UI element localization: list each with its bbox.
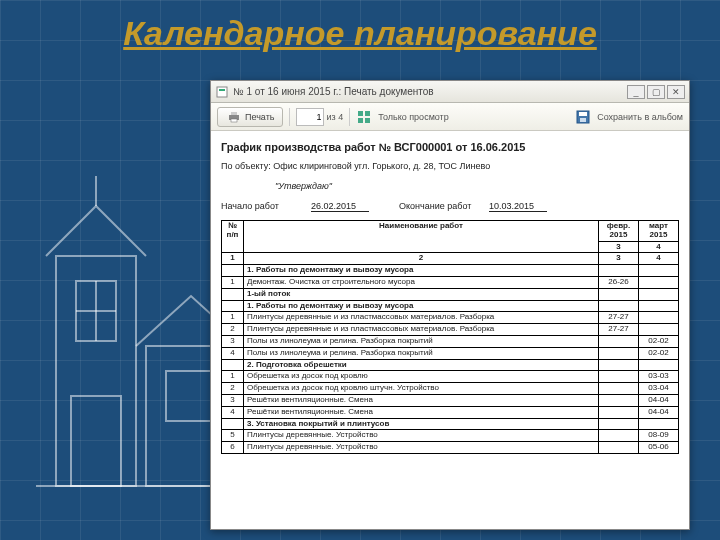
maximize-button[interactable]: ▢	[647, 85, 665, 99]
cell-month2	[639, 265, 679, 277]
table-row: 2. Подготовка обрешетки	[222, 359, 679, 371]
cell-name: Плинтусы деревянные и из пластмассовых м…	[244, 324, 599, 336]
save-icon[interactable]	[575, 109, 591, 125]
table-row: 3. Установка покрытий и плинтусов	[222, 418, 679, 430]
page-input[interactable]	[296, 108, 324, 126]
cell-num: 2	[222, 324, 244, 336]
cell-month2	[639, 324, 679, 336]
cell-num: 3	[222, 335, 244, 347]
cell-num: 2	[222, 383, 244, 395]
cell-name: Решётки вентиляционные. Смена	[244, 406, 599, 418]
table-row: 2Плинтусы деревянные и из пластмассовых …	[222, 324, 679, 336]
svg-rect-17	[365, 118, 370, 123]
table-row: 3Полы из линолеума и релина. Разборка по…	[222, 335, 679, 347]
dates-block: Начало работ 26.02.2015 Окончание работ …	[221, 201, 679, 212]
cell-month1	[599, 394, 639, 406]
cell-month1: 27-27	[599, 324, 639, 336]
cell-month2	[639, 276, 679, 288]
window-title: № 1 от 16 июня 2015 г.: Печать документо…	[233, 86, 627, 97]
svg-rect-1	[71, 396, 121, 486]
cell-name: 1. Работы по демонтажу и вывозу мусора	[244, 300, 599, 312]
head-sub1: 1	[222, 253, 244, 265]
svg-rect-13	[231, 119, 237, 122]
table-row: 4Решётки вентиляционные. Смена04-04	[222, 406, 679, 418]
head-sub4b: 4	[639, 253, 679, 265]
cell-num: 1	[222, 312, 244, 324]
cell-month2	[639, 418, 679, 430]
svg-rect-9	[217, 87, 227, 97]
table-row: 3Решётки вентиляционные. Смена04-04	[222, 394, 679, 406]
object-line: По объекту: Офис клиринговой угл. Горько…	[221, 161, 679, 171]
cell-month1	[599, 418, 639, 430]
svg-rect-12	[231, 112, 237, 115]
cell-month2	[639, 300, 679, 312]
cell-month1	[599, 288, 639, 300]
cell-month1	[599, 442, 639, 454]
document-page: График производства работ № ВСГ000001 от…	[221, 139, 679, 454]
col-month1: февр.2015	[599, 221, 639, 242]
table-row: 5Плинтусы деревянные. Устройство08-09	[222, 430, 679, 442]
slide-title: Календарное планирование	[0, 0, 720, 61]
cell-month1	[599, 335, 639, 347]
cell-month1	[599, 300, 639, 312]
table-row: 2Обрешетка из досок под кровлю штучн. Ус…	[222, 383, 679, 395]
cell-month2: 04-04	[639, 394, 679, 406]
app-window: № 1 от 16 июня 2015 г.: Печать документо…	[210, 80, 690, 530]
cell-month2: 03-03	[639, 371, 679, 383]
cell-num: 6	[222, 442, 244, 454]
cell-month1: 27-27	[599, 312, 639, 324]
cell-name: Обрешетка из досок под кровлю	[244, 371, 599, 383]
col-name: Наименование работ	[244, 221, 599, 253]
close-button[interactable]: ✕	[667, 85, 685, 99]
table-row: 1Демонтаж. Очистка от строительного мусо…	[222, 276, 679, 288]
start-label: Начало работ	[221, 201, 303, 212]
start-value: 26.02.2015	[311, 201, 369, 212]
app-icon	[215, 85, 229, 99]
cell-num	[222, 359, 244, 371]
cell-month2: 02-02	[639, 335, 679, 347]
print-label: Печать	[245, 112, 274, 122]
svg-rect-6	[166, 371, 216, 421]
object-text: Офис клиринговой угл. Горького, д. 28, Т…	[273, 161, 490, 171]
printer-icon	[226, 109, 242, 125]
cell-month1	[599, 347, 639, 359]
cell-num	[222, 265, 244, 277]
cell-month2	[639, 288, 679, 300]
cell-month1	[599, 371, 639, 383]
page-control: из 4	[296, 108, 343, 126]
grid-icon[interactable]	[356, 109, 372, 125]
toolbar: Печать из 4 Только просмотр Сохранить в …	[211, 103, 689, 131]
doc-title: График производства работ № ВСГ000001 от…	[221, 141, 679, 153]
col-sub3: 3	[599, 241, 639, 253]
cell-num: 4	[222, 347, 244, 359]
cell-name: 1. Работы по демонтажу и вывозу мусора	[244, 265, 599, 277]
cell-name: 3. Установка покрытий и плинтусов	[244, 418, 599, 430]
svg-rect-10	[219, 89, 225, 91]
cell-num: 4	[222, 406, 244, 418]
svg-rect-20	[580, 118, 586, 122]
cell-name: Демонтаж. Очистка от строительного мусор…	[244, 276, 599, 288]
approve-text: "Утверждаю"	[275, 181, 679, 191]
cell-num	[222, 418, 244, 430]
cell-name: 1-ый поток	[244, 288, 599, 300]
table-row: 1. Работы по демонтажу и вывозу мусора	[222, 300, 679, 312]
cell-month2: 05-06	[639, 442, 679, 454]
table-row: 1Обрешетка из досок под кровлю03-03	[222, 371, 679, 383]
cell-num	[222, 288, 244, 300]
svg-rect-2	[76, 281, 116, 341]
page-total: из 4	[326, 112, 343, 122]
end-label: Окончание работ	[399, 201, 481, 212]
end-value: 10.03.2015	[489, 201, 547, 212]
cell-month1: 26-26	[599, 276, 639, 288]
col-num: № п/п	[222, 221, 244, 253]
readonly-label: Только просмотр	[378, 112, 449, 122]
table-row: 4Полы из линолеума и релина. Разборка по…	[222, 347, 679, 359]
cell-month2: 02-02	[639, 347, 679, 359]
minimize-button[interactable]: _	[627, 85, 645, 99]
svg-rect-19	[579, 112, 587, 116]
print-button[interactable]: Печать	[217, 107, 283, 127]
cell-name: 2. Подготовка обрешетки	[244, 359, 599, 371]
cell-month2: 04-04	[639, 406, 679, 418]
cell-month1	[599, 383, 639, 395]
cell-name: Полы из линолеума и релина. Разборка пок…	[244, 335, 599, 347]
